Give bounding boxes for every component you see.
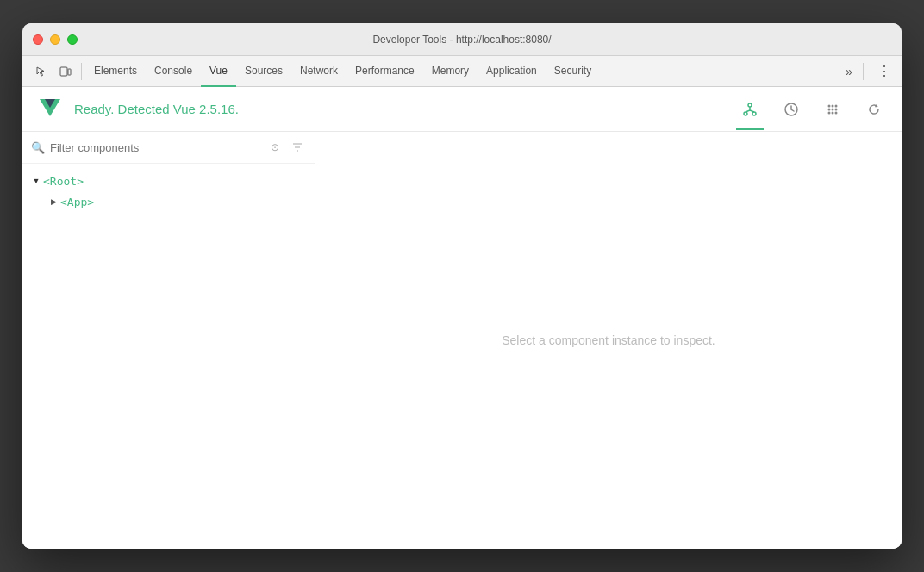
- vue-header-icons: [736, 96, 888, 123]
- refresh-button[interactable]: [860, 96, 888, 123]
- vue-header: Ready. Detected Vue 2.5.16.: [22, 87, 902, 132]
- tab-application[interactable]: Application: [478, 56, 546, 87]
- svg-point-18: [832, 111, 834, 114]
- inspector-panel: Select a component instance to inspect.: [315, 132, 902, 549]
- vue-devtools-content: Ready. Detected Vue 2.5.16.: [22, 87, 902, 549]
- inspect-placeholder-text: Select a component instance to inspect.: [502, 333, 715, 347]
- filter-bar: 🔍 ⊙: [22, 132, 315, 164]
- cursor-icon: [35, 65, 47, 78]
- search-icon: 🔍: [31, 141, 45, 154]
- maximize-button[interactable]: [67, 34, 78, 45]
- component-tree-button[interactable]: [736, 96, 764, 123]
- vue-status-text: Ready. Detected Vue 2.5.16.: [74, 102, 736, 116]
- history-icon: [784, 102, 799, 117]
- component-tree-icon: [742, 102, 758, 117]
- tree-node-app[interactable]: ▶ <App>: [22, 191, 315, 212]
- device-toggle-button[interactable]: [53, 59, 78, 84]
- svg-point-17: [828, 111, 831, 114]
- component-tree: ▼ <Root> ▶ <App>: [22, 164, 315, 549]
- tab-elements[interactable]: Elements: [85, 56, 146, 87]
- svg-point-19: [835, 111, 838, 114]
- tab-network[interactable]: Network: [291, 56, 346, 87]
- vue-panels: 🔍 ⊙ ▼ <Root>: [22, 132, 902, 549]
- devtools-menu-button[interactable]: ⋮: [874, 61, 895, 82]
- svg-point-5: [744, 112, 747, 115]
- tree-node-root[interactable]: ▼ <Root>: [22, 171, 315, 191]
- svg-point-13: [835, 108, 838, 110]
- tab-divider: [81, 63, 82, 80]
- svg-point-16: [835, 104, 838, 107]
- traffic-lights: [33, 34, 78, 45]
- svg-point-4: [748, 103, 752, 107]
- tab-divider-2: [863, 63, 864, 80]
- inspect-element-button[interactable]: [29, 59, 53, 84]
- tab-console[interactable]: Console: [146, 56, 201, 87]
- svg-point-12: [832, 108, 834, 110]
- svg-line-9: [750, 110, 754, 112]
- svg-point-6: [752, 112, 756, 115]
- refresh-icon: [866, 102, 882, 117]
- root-label: <Root>: [43, 175, 84, 188]
- vuex-button[interactable]: [777, 96, 805, 123]
- filter-clear-button[interactable]: ⊙: [266, 139, 284, 156]
- svg-point-14: [828, 104, 831, 107]
- filter-options-button[interactable]: [289, 139, 306, 156]
- window-title: Developer Tools - http://localhost:8080/: [372, 34, 551, 46]
- tree-arrow-app: ▶: [47, 195, 60, 208]
- minimize-button[interactable]: [50, 34, 60, 45]
- vue-logo: [36, 96, 64, 123]
- tab-vue[interactable]: Vue: [201, 56, 236, 87]
- svg-point-11: [828, 108, 831, 110]
- svg-line-8: [746, 110, 750, 112]
- device-icon: [59, 65, 72, 78]
- app-label: <App>: [60, 196, 94, 208]
- filter-components-input[interactable]: [50, 141, 261, 154]
- title-bar: Developer Tools - http://localhost:8080/: [22, 23, 902, 56]
- svg-rect-1: [68, 69, 71, 75]
- devtools-window: Developer Tools - http://localhost:8080/…: [22, 23, 902, 549]
- events-button[interactable]: [819, 96, 846, 123]
- tab-performance[interactable]: Performance: [346, 56, 423, 87]
- devtools-tab-bar: Elements Console Vue Sources Network Per…: [22, 56, 902, 87]
- svg-point-15: [832, 104, 834, 107]
- svg-rect-0: [60, 67, 67, 76]
- more-tabs-button[interactable]: »: [839, 61, 859, 82]
- filter-icon: [291, 141, 303, 153]
- events-icon: [825, 102, 840, 117]
- tab-sources[interactable]: Sources: [236, 56, 291, 87]
- close-button[interactable]: [33, 34, 43, 45]
- component-panel: 🔍 ⊙ ▼ <Root>: [22, 132, 315, 549]
- tab-memory[interactable]: Memory: [423, 56, 478, 87]
- tree-arrow-root: ▼: [29, 174, 43, 188]
- tab-security[interactable]: Security: [546, 56, 600, 87]
